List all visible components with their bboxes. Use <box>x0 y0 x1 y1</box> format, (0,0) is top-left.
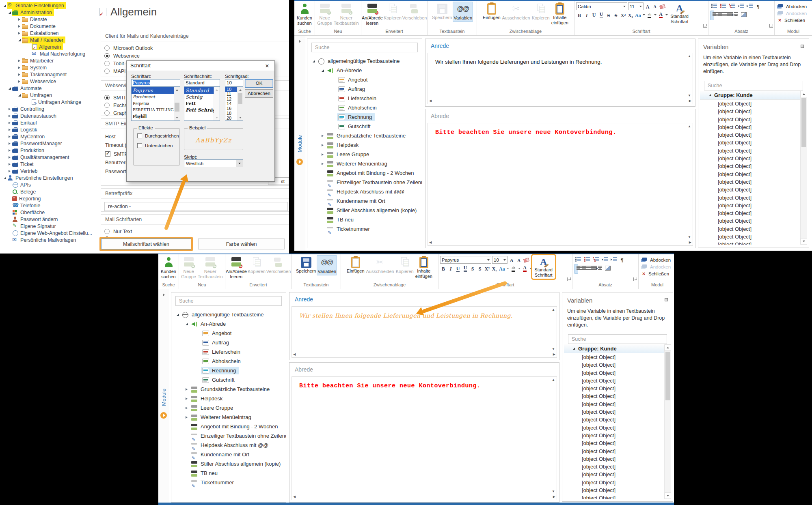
textbaustein-tree-item[interactable]: Helpdesk <box>307 140 422 150</box>
align-left-button[interactable] <box>574 264 578 274</box>
variable-item[interactable]: [object Object] <box>564 416 671 423</box>
textbaustein-tree-item[interactable]: An-Abrede <box>171 319 286 329</box>
textbaustein-tree-item[interactable]: Grundsätzliche Textbausteine <box>307 131 422 140</box>
font-list-item[interactable]: Parchment <box>132 94 174 100</box>
variable-item[interactable]: [object Object] <box>700 241 807 245</box>
abrede-editor[interactable]: Bitte beachten Sie unsere neue Kontoverb… <box>292 376 557 500</box>
textbaustein-tree-item[interactable]: Gutschrift <box>307 122 422 131</box>
tree-expander-icon[interactable] <box>184 323 190 325</box>
dropdown-icon[interactable] <box>529 268 532 269</box>
tree-expander-icon[interactable] <box>320 153 326 156</box>
textbaustein-tree-item[interactable]: Einzeiliger Textbaustein ohne Zeilenumbr… <box>171 431 286 441</box>
change-case-button[interactable]: Aa <box>499 265 505 272</box>
dropdown-icon[interactable] <box>654 14 657 15</box>
close-icon[interactable] <box>260 61 274 71</box>
textbaustein-tree-item[interactable]: Gutschrift <box>171 375 286 385</box>
dropdown-icon[interactable] <box>735 15 737 16</box>
expand-icon[interactable] <box>299 40 301 43</box>
tree-expander-icon[interactable] <box>320 163 326 165</box>
underline-button[interactable]: U <box>455 265 461 272</box>
kopieren-button[interactable]: Kopieren <box>247 255 266 275</box>
variable-item[interactable]: [object Object] <box>700 100 807 107</box>
variable-item[interactable]: [object Object] <box>700 170 807 178</box>
variable-item[interactable]: [object Object] <box>564 369 671 377</box>
variable-item[interactable]: [object Object] <box>564 392 671 400</box>
textbaustein-tree-item[interactable]: allgemeingültige Textbausteine <box>171 310 286 319</box>
font-family-combo[interactable]: Papyrus <box>440 256 491 264</box>
textbaustein-tree-item[interactable]: Stiller Abschluss allgemein (kopie) <box>307 206 422 215</box>
einfuegen-button[interactable]: Einfügen <box>346 255 365 275</box>
textbaustein-tree-item[interactable]: Ticketnummer <box>171 478 286 487</box>
textbaustein-tree-item[interactable]: Lieferschein <box>171 347 286 357</box>
align-left-button[interactable] <box>710 11 714 20</box>
textbaustein-tree-item[interactable]: Einzeiliger Textbaustein ohne Zeilenumbr… <box>307 178 422 187</box>
textbaustein-tree-item[interactable]: Helpdesk Abschluss mit @@ <box>171 441 286 450</box>
font-size-list-item[interactable]: 14 <box>225 101 237 106</box>
decrease-indent-icon[interactable] <box>602 257 608 262</box>
dialog-launcher-icon[interactable] <box>633 277 637 281</box>
variable-item[interactable]: [object Object] <box>700 131 807 139</box>
dropdown-icon[interactable] <box>518 268 520 269</box>
font-size-input[interactable]: 10 <box>225 79 243 87</box>
abrede-text[interactable]: Bitte beachten Sie unsere neue Kontoverb… <box>428 123 693 142</box>
andocken-button[interactable]: Andocken <box>777 10 807 16</box>
einfuegen-button[interactable]: Einfügen <box>482 2 501 21</box>
variable-item[interactable]: [object Object] <box>700 225 807 233</box>
variable-item[interactable]: [object Object] <box>700 162 807 170</box>
variables-search-input[interactable]: Suche <box>704 81 803 90</box>
andocken-button[interactable]: Andocken <box>641 264 671 270</box>
font-list-item[interactable]: Papyrus <box>132 87 174 94</box>
tree-expander-icon[interactable] <box>311 60 317 62</box>
scroll-right-icon[interactable]: ▶ <box>689 99 691 103</box>
paragraph-marks-button[interactable]: ¶ <box>755 2 761 9</box>
expand-icon[interactable] <box>163 293 165 297</box>
variable-item[interactable]: [object Object] <box>564 471 671 478</box>
font-style-list-item[interactable]: Fett <box>184 100 214 107</box>
textbaustein-tree-item[interactable]: Ticketnummer <box>307 224 422 234</box>
textbaustein-tree-item[interactable]: Grundsätzliche Textbausteine <box>171 385 286 394</box>
font-color-button[interactable]: A <box>522 265 528 272</box>
variable-item[interactable]: [object Object] <box>700 116 807 123</box>
superscript-button[interactable]: X² <box>484 265 490 272</box>
textbaustein-tree-item[interactable]: Leere Gruppe <box>171 403 286 413</box>
scroll-right-icon[interactable]: ▶ <box>689 241 691 244</box>
italic-button[interactable]: I <box>583 11 590 18</box>
multilevel-list-icon[interactable] <box>593 257 599 262</box>
textbaustein-tree-item[interactable]: Weiterer Menüeintrag <box>307 159 422 168</box>
scroll-right-icon[interactable]: ▶ <box>553 495 555 499</box>
double-strikethrough-button[interactable]: S <box>477 265 483 272</box>
variable-item[interactable]: [object Object] <box>564 353 671 361</box>
scroll-up-icon[interactable] <box>801 91 807 97</box>
pin-icon[interactable] <box>664 298 668 303</box>
scroll-up-icon[interactable]: ▲ <box>688 125 691 128</box>
textbaustein-tree-item[interactable]: Angebot <box>307 75 422 84</box>
speichern-button[interactable]: Speichern <box>295 255 317 275</box>
double-underline-button[interactable]: U <box>462 265 469 272</box>
scroll-left-icon[interactable]: ◀ <box>293 495 296 499</box>
neue-gruppe-button[interactable]: Neue Gruppe <box>316 2 333 27</box>
kopieren-button[interactable]: Kopieren <box>383 2 402 22</box>
tree-search-input[interactable]: Suche <box>175 296 282 306</box>
tree-expander-icon[interactable] <box>175 314 181 316</box>
subscript-button[interactable]: X₂ <box>627 11 634 18</box>
scroll-down-icon[interactable]: ▼ <box>552 348 555 351</box>
scroll-down-icon[interactable] <box>665 492 671 499</box>
kopieren-clipboard-button[interactable]: Kopieren <box>531 2 551 22</box>
italic-button[interactable]: I <box>447 265 454 272</box>
verschieben-button[interactable]: Verschieben <box>266 255 291 275</box>
inhalte-einfuegen-button[interactable]: Inhalte einfügen <box>415 255 433 280</box>
tree-search-input[interactable]: Suche <box>311 43 418 52</box>
textbaustein-tree-item[interactable]: TB neu <box>307 215 422 224</box>
inhalte-einfuegen-button[interactable]: Inhalte einfügen <box>551 2 569 26</box>
tree-expander-icon[interactable] <box>184 407 190 409</box>
grow-font-button[interactable]: A <box>508 256 515 263</box>
kopieren-clipboard-button[interactable]: Kopieren <box>395 255 415 275</box>
module-tab[interactable]: Module <box>161 389 167 406</box>
scrollbar[interactable] <box>664 344 671 499</box>
variable-item[interactable]: [object Object] <box>564 479 671 486</box>
schliessen-button[interactable]: Schließen <box>777 17 805 23</box>
textbaustein-tree-item[interactable]: Auftrag <box>171 338 286 347</box>
font-style-list-item[interactable]: Standard <box>184 87 214 94</box>
scrollbar[interactable] <box>238 87 243 120</box>
numbered-list-icon[interactable] <box>584 257 590 262</box>
